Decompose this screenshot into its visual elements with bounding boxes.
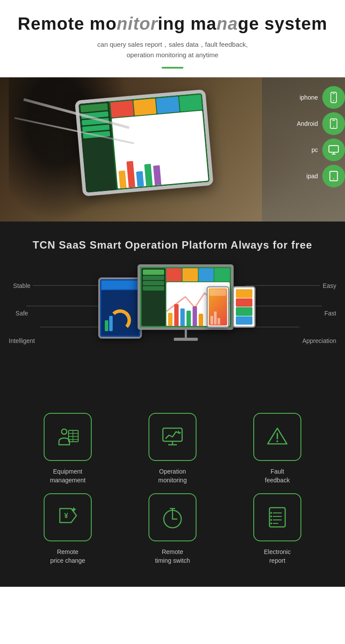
header-subtitle: can query sales report，sales data，fault … (9, 39, 336, 60)
svg-rect-6 (329, 145, 338, 152)
fault-icon-box (253, 413, 301, 461)
svg-rect-12 (69, 430, 78, 442)
svg-rect-9 (330, 171, 337, 181)
monitor-icon (328, 144, 340, 156)
android-icon (328, 118, 339, 129)
device-item-android: Android (292, 112, 345, 135)
svg-point-42 (270, 523, 272, 524)
left-attributes: Stable Safe Intelligent (9, 282, 35, 345)
remote-price-change-icon: ¥ (55, 504, 81, 530)
electronic-report-icon (264, 504, 290, 530)
ipad-icon-circle (322, 165, 345, 187)
tablet-screen (79, 93, 210, 193)
attr-fast-line (245, 306, 322, 306)
attr-appreciation: Appreciation (302, 337, 336, 345)
timer-icon-box (148, 493, 197, 541)
equipment-management-label: Equipmentmanagement (50, 467, 86, 485)
device-cluster (90, 264, 255, 378)
device-item-iphone: iphone (292, 86, 345, 109)
phone2-frame (233, 286, 255, 328)
attr-stable: Stable (9, 282, 35, 290)
phone1-content (210, 296, 226, 325)
attr-appreciation-label: Appreciation (302, 337, 336, 344)
feature-electronic-report: Electronicreport (229, 493, 325, 565)
svg-point-10 (333, 178, 334, 179)
operation-icon-box (148, 413, 197, 461)
bar2 (109, 316, 113, 331)
device-label-ipad: ipad (292, 173, 318, 180)
monitor-base (174, 338, 198, 341)
svg-rect-17 (163, 428, 182, 441)
device-item-ipad: ipad (292, 165, 345, 187)
attr-fast-label: Fast (324, 310, 336, 317)
right-attributes: Easy Fast Appreciation (302, 282, 336, 345)
monitor-stand (185, 330, 187, 338)
cluster-tablet-screen (98, 277, 142, 339)
phone1-header (210, 289, 226, 296)
header-divider (162, 67, 183, 69)
device-label-android: Android (292, 120, 318, 127)
attr-easy-line (245, 285, 320, 286)
phone1-screen (209, 288, 227, 325)
feature-equipment-management: Equipmentmanagement (20, 413, 116, 485)
attributes-cluster: Stable Safe Intelligent Easy Fast (9, 264, 336, 382)
iphone-icon-circle (322, 86, 345, 109)
monitor-stats (166, 268, 230, 281)
remote-price-change-label: Remoteprice change (50, 548, 85, 565)
equipment-icon-box (44, 413, 92, 461)
ipad-icon (328, 170, 339, 182)
fault-feedback-label: Faultfeedback (265, 467, 290, 485)
feature-remote-price-change: ¥ Remoteprice change (20, 493, 116, 565)
attr-stable-label: Stable (13, 282, 31, 289)
cluster-phone1 (207, 286, 229, 328)
operation-monitoring-icon (159, 424, 186, 450)
features-section: Equipmentmanagement Operationmonitoring (0, 400, 345, 587)
iphone-icon (328, 92, 339, 103)
attr-intelligent: Intelligent (9, 337, 35, 345)
operation-monitoring-label: Operationmonitoring (158, 467, 186, 485)
svg-point-11 (62, 429, 67, 434)
tablet-frame (75, 89, 214, 196)
attr-intelligent-label: Intelligent (9, 337, 35, 344)
platform-title: TCN SaaS Smart Operation Platform Always… (9, 239, 336, 251)
tablet-in-hands (79, 95, 210, 191)
svg-point-2 (333, 100, 334, 101)
report-icon-box (253, 493, 301, 541)
remote-timing-switch-icon (159, 504, 186, 530)
feature-operation-monitoring: Operationmonitoring (124, 413, 221, 485)
feature-remote-timing-switch: Remotetiming switch (124, 493, 221, 565)
cluster-phone2 (233, 286, 255, 328)
page-title: Remote monitoring manage system (9, 13, 336, 34)
tablet-top-bar (101, 280, 139, 289)
equipment-management-icon (55, 424, 81, 450)
bar1 (105, 320, 108, 331)
header-section: Remote monitoring manage system can quer… (0, 0, 345, 77)
fault-feedback-icon (264, 424, 290, 450)
attr-fast: Fast (302, 309, 336, 317)
attr-easy: Easy (302, 282, 336, 290)
electronic-report-label: Electronicreport (264, 548, 290, 565)
attr-safe-label: Safe (16, 310, 28, 317)
device-label-iphone: iphone (292, 94, 318, 101)
svg-point-41 (270, 519, 272, 521)
attr-safe: Safe (9, 309, 35, 317)
attr-easy-label: Easy (323, 282, 336, 289)
svg-point-40 (270, 516, 272, 517)
tablet-inner (101, 280, 139, 336)
feature-fault-feedback: Faultfeedback (229, 413, 325, 485)
phone2-screen (235, 288, 253, 325)
remote-timing-switch-label: Remotetiming switch (155, 548, 190, 565)
device-list: iphone Android pc (292, 86, 345, 187)
features-grid: Equipmentmanagement Operationmonitoring (20, 413, 325, 565)
device-label-pc: pc (292, 146, 318, 153)
hero-image-area (0, 77, 262, 222)
svg-text:¥: ¥ (64, 512, 68, 519)
android-icon-circle (322, 112, 345, 135)
svg-point-39 (270, 512, 272, 514)
hero-section: iphone Android pc (0, 77, 345, 222)
tablet-chart-area (101, 290, 139, 336)
svg-point-4 (333, 127, 334, 128)
device-item-pc: pc (292, 138, 345, 161)
phone1-frame (207, 286, 229, 328)
cluster-tablet (98, 277, 142, 339)
